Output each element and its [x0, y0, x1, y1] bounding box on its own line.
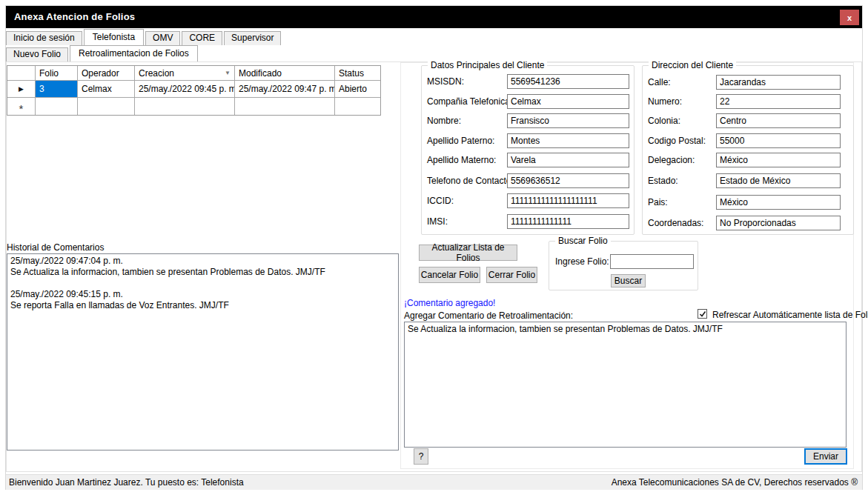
- cell-value: 25/may./2022 09:45 p. m.: [139, 84, 235, 94]
- tab-omv[interactable]: OMV: [145, 31, 180, 45]
- apellido-materno-field[interactable]: [507, 153, 629, 167]
- check-icon: [699, 310, 706, 318]
- column-label: Operador: [82, 68, 119, 79]
- delegacion-field[interactable]: [716, 153, 841, 167]
- column-header-folio[interactable]: Folio: [36, 66, 78, 81]
- buscar-button[interactable]: Buscar: [611, 274, 646, 287]
- pais-field[interactable]: [716, 195, 841, 210]
- close-button[interactable]: x: [840, 10, 859, 25]
- compania-field[interactable]: [507, 94, 629, 109]
- cell-creacion[interactable]: 25/may./2022 09:45 p. m.: [135, 81, 235, 98]
- compania-label: Compañia Telefonica:: [427, 96, 512, 107]
- nombre-label: Nombre:: [427, 116, 461, 126]
- telefono-contacto-label: Telefono de Contacto:: [427, 176, 514, 186]
- direccion-cliente-groupbox: Direccion del Cliente Calle: Numero: Col…: [642, 65, 854, 235]
- column-label: Creacion: [139, 68, 174, 79]
- iccid-field[interactable]: [507, 193, 629, 208]
- window-title: Anexa Atencion de Folios: [14, 6, 135, 28]
- grid-header-row: Folio Operador Creacion▼ Modificado Stat…: [7, 66, 380, 81]
- cell-operador[interactable]: Celmax: [78, 81, 135, 98]
- cell-value: Celmax: [82, 84, 112, 94]
- telefono-contacto-field[interactable]: [507, 173, 629, 188]
- status-bar: Bienvenido Juan Martinez Juarez. Tu pues…: [6, 474, 862, 490]
- new-row-icon: *: [19, 106, 24, 112]
- cell-folio[interactable]: 3: [36, 81, 78, 98]
- delegacion-label: Delegacion:: [648, 155, 695, 165]
- apellido-materno-label: Apellido Materno:: [427, 155, 496, 165]
- buscar-folio-groupbox: Buscar Folio Ingrese Folio: Buscar: [549, 241, 698, 290]
- apellido-paterno-field[interactable]: [507, 133, 629, 148]
- groupbox-title: Direccion del Cliente: [649, 60, 736, 70]
- grid-corner-cell[interactable]: [7, 66, 36, 81]
- tab-supervisor[interactable]: Supervisor: [224, 31, 281, 45]
- tab-label: Supervisor: [231, 33, 274, 43]
- column-label: Folio: [39, 68, 59, 79]
- row-header-cell[interactable]: ▶: [7, 81, 36, 98]
- column-header-status[interactable]: Status: [335, 66, 380, 81]
- column-header-creacion[interactable]: Creacion▼: [135, 66, 235, 81]
- tab-label: CORE: [189, 33, 215, 43]
- application-window: Anexa Atencion de Folios x Inicio de ses…: [0, 0, 868, 492]
- tab-label: Retroalimentacion de Folios: [79, 48, 189, 59]
- cell-operador-empty[interactable]: [78, 98, 135, 115]
- codigo-postal-field[interactable]: [716, 133, 841, 148]
- cell-value: 25/may./2022 09:47 p. m.: [239, 84, 335, 94]
- row-header-cell[interactable]: *: [7, 98, 36, 115]
- tab-inicio-de-sesion[interactable]: Inicio de sesión: [6, 31, 82, 45]
- colonia-field[interactable]: [716, 113, 841, 128]
- pais-label: Pais:: [648, 197, 668, 207]
- cancelar-folio-button[interactable]: Cancelar Folio: [419, 267, 480, 283]
- codigo-postal-label: Codigo Postal:: [648, 136, 706, 146]
- cell-creacion-empty[interactable]: [135, 98, 235, 115]
- tab-core[interactable]: CORE: [182, 31, 222, 45]
- new-row: *: [7, 98, 380, 115]
- cell-folio-empty[interactable]: [36, 98, 78, 115]
- calle-label: Calle:: [648, 77, 671, 87]
- msisdn-field[interactable]: [507, 74, 629, 89]
- current-row-icon: ▶: [19, 85, 24, 93]
- cell-value: 3: [39, 84, 44, 94]
- ingrese-folio-input[interactable]: [610, 254, 694, 269]
- coordenadas-field[interactable]: [716, 216, 841, 230]
- estado-field[interactable]: [716, 173, 841, 188]
- refrescar-checkbox[interactable]: [698, 309, 707, 319]
- subtab-retroalimentacion-de-folios[interactable]: Retroalimentacion de Folios: [70, 45, 198, 62]
- groupbox-title: Buscar Folio: [555, 236, 611, 246]
- cell-status-empty[interactable]: [335, 98, 380, 115]
- nombre-field[interactable]: [507, 113, 629, 128]
- title-bar[interactable]: Anexa Atencion de Folios x: [6, 6, 862, 28]
- subtab-nuevo-folio[interactable]: Nuevo Folio: [6, 47, 68, 62]
- numero-label: Numero:: [648, 96, 682, 107]
- sub-tabstrip: Nuevo Folio Retroalimentacion de Folios: [6, 45, 199, 62]
- cerrar-folio-button[interactable]: Cerrar Folio: [486, 267, 537, 283]
- enviar-button[interactable]: Enviar: [804, 448, 847, 465]
- tab-telefonista[interactable]: Telefonista: [84, 29, 144, 45]
- comentario-textarea[interactable]: Se Actualiza la informacion, tambien se …: [404, 322, 847, 448]
- numero-field[interactable]: [716, 94, 841, 109]
- table-row: ▶ 3 Celmax 25/may./2022 09:45 p. m. 25/m…: [7, 81, 380, 98]
- refrescar-checkbox-label[interactable]: Refrescar Automáticamente lista de Folio…: [712, 310, 868, 320]
- cell-value: Abierto: [339, 84, 367, 94]
- cell-modificado-empty[interactable]: [235, 98, 335, 115]
- column-header-operador[interactable]: Operador: [78, 66, 135, 81]
- actualizar-lista-button[interactable]: Actualizar Lista de Folios: [419, 245, 517, 261]
- groupbox-title: Datos Principales del Cliente: [428, 60, 547, 70]
- tab-label: Nuevo Folio: [13, 49, 61, 59]
- imsi-field[interactable]: [507, 214, 629, 229]
- cell-status[interactable]: Abierto: [335, 81, 380, 98]
- coordenadas-label: Coordenadas:: [648, 218, 703, 228]
- tab-label: Inicio de sesión: [13, 33, 75, 43]
- agregar-comentario-label: Agregar Comentario de Retroalimentación:: [404, 310, 573, 321]
- column-header-modificado[interactable]: Modificado: [235, 66, 335, 81]
- tab-label: OMV: [153, 33, 173, 43]
- help-button[interactable]: ?: [414, 448, 428, 465]
- tab-label: Telefonista: [93, 32, 135, 42]
- column-label: Status: [339, 68, 364, 79]
- calle-field[interactable]: [716, 75, 841, 90]
- iccid-label: ICCID:: [427, 196, 454, 206]
- ingrese-folio-label: Ingrese Folio:: [555, 256, 609, 267]
- historial-box[interactable]: 25/may./2022 09:47:04 p. m. Se Actualiza…: [7, 253, 399, 451]
- cell-modificado[interactable]: 25/may./2022 09:47 p. m.: [235, 81, 335, 98]
- historial-label: Historial de Comentarios: [7, 242, 104, 253]
- colonia-label: Colonia:: [648, 116, 680, 126]
